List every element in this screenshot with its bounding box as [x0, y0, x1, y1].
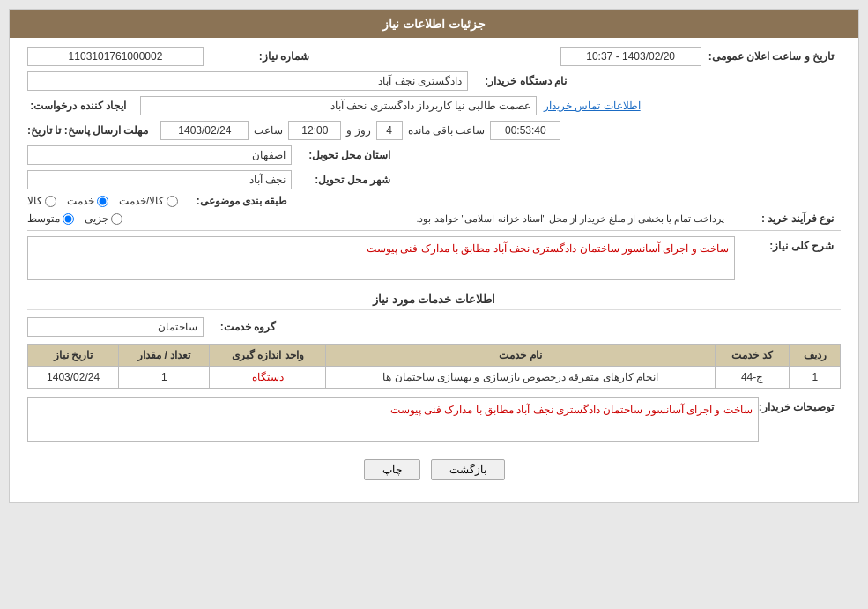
subject-khidmat-label: خدمت	[67, 195, 94, 207]
remaining-time-value: 00:53:40	[490, 121, 560, 140]
col-header-name: نام خدمت	[326, 345, 715, 367]
reply-days-label: روز و	[346, 124, 370, 137]
subject-kala-khidmat-label: کالا/خدمت	[119, 195, 164, 207]
purchase-mutavasit: متوسط	[27, 212, 74, 225]
purchase-jozi-label: جزیی	[85, 212, 108, 225]
buyer-station-value: دادگستری نجف آباد	[27, 71, 468, 91]
delivery-city-label: شهر محل تحویل:	[292, 174, 397, 186]
cell-name: انجام کارهای متفرقه درخصوص بازسازی و بهس…	[326, 367, 715, 389]
need-number-label: شماره نیاز:	[211, 50, 316, 63]
cell-date: 1403/02/24	[28, 367, 119, 389]
contact-info-link[interactable]: اطلاعات تماس خریدار	[544, 100, 641, 112]
reply-days-value: 4	[376, 121, 403, 140]
page-title: جزئیات اطلاعات نیاز	[10, 10, 858, 38]
delivery-province-label: استان محل تحویل:	[292, 149, 397, 161]
col-header-date: تاریخ نیاز	[28, 345, 119, 367]
purchase-mutavasit-label: متوسط	[27, 212, 60, 225]
col-header-qty: تعداد / مقدار	[119, 345, 210, 367]
subject-kala-khidmat: کالا/خدمت	[119, 195, 178, 207]
subject-category-label: طبقه بندی موضوعی:	[189, 195, 294, 207]
reply-deadline-label: مهلت ارسال پاسخ: تا تاریخ:	[27, 124, 155, 137]
public-announce-label: تاریخ و ساعت اعلان عمومی:	[708, 50, 841, 63]
general-desc-value: ساخت و اجرای آسانسور ساختمان دادگستری نج…	[27, 236, 735, 280]
cell-row: 1	[790, 367, 841, 389]
print-button[interactable]: چاپ	[364, 459, 420, 480]
back-button[interactable]: بازگشت	[431, 459, 505, 480]
delivery-city-value: نجف آباد	[27, 170, 292, 189]
col-header-row: ردیف	[790, 345, 841, 367]
reply-time-label: ساعت	[254, 124, 283, 137]
public-announce-value: 1403/02/20 - 10:37	[560, 47, 701, 66]
request-creator-label: ایجاد کننده درخواست:	[27, 100, 133, 112]
col-header-unit: واحد اندازه گیری	[210, 345, 326, 367]
request-creator-value: عصمت طالبی نیا کاربرداز دادگستری نجف آبا…	[140, 96, 537, 115]
reply-date-value: 1403/02/24	[160, 121, 249, 140]
general-desc-label: شرح کلی نیاز:	[735, 236, 841, 252]
services-section-title: اطلاعات خدمات مورد نیاز	[27, 289, 841, 310]
table-row: 1 ج-44 انجام کارهای متفرقه درخصوص بازساز…	[28, 367, 841, 389]
remaining-time-label: ساعت باقی مانده	[408, 124, 486, 137]
col-header-code: کد خدمت	[715, 345, 790, 367]
buyer-desc-value: ساخت و اجرای آسانسور ساختمان دادگستری نج…	[27, 397, 759, 442]
subject-khidmat: خدمت	[67, 195, 108, 207]
services-table: ردیف کد خدمت نام خدمت واحد اندازه گیری ت…	[27, 344, 841, 389]
cell-qty: 1	[119, 367, 210, 389]
subject-kala: کالا	[27, 195, 56, 207]
need-number-value: 1103101761000002	[27, 47, 204, 66]
buyer-desc-label: توصیحات خریدار:	[759, 397, 841, 413]
service-group-label: گروه خدمت:	[204, 321, 283, 333]
cell-code: ج-44	[715, 367, 790, 389]
purchase-jozi: جزیی	[85, 212, 122, 225]
cell-unit: دستگاه	[210, 367, 326, 389]
subject-kala-label: کالا	[27, 195, 42, 207]
purchase-note: پرداخت تمام یا بخشی از مبلغ خریدار از مح…	[140, 213, 724, 225]
purchase-type-label: نوع فرآیند خرید :	[735, 212, 841, 225]
delivery-province-value: اصفهان	[27, 145, 292, 165]
buyer-station-label: نام دستگاه خریدار:	[468, 75, 574, 87]
reply-time-value: 12:00	[288, 121, 341, 140]
service-group-value: ساختمان	[27, 317, 204, 337]
